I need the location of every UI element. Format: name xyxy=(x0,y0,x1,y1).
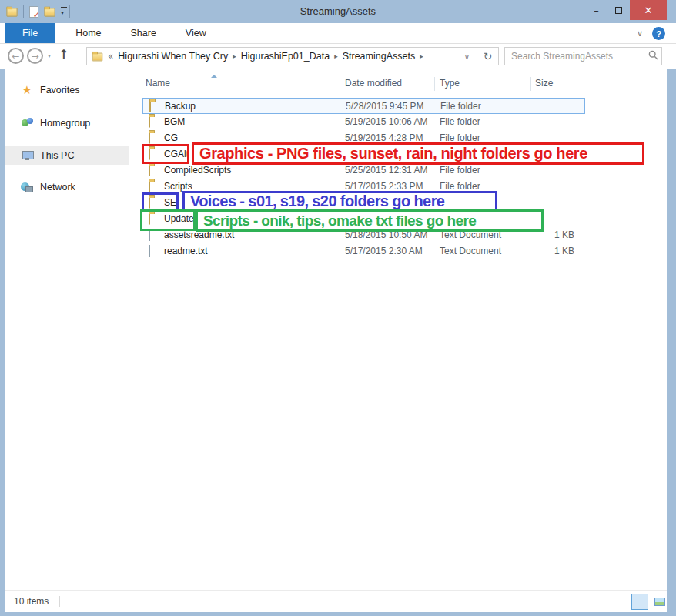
folder-icon xyxy=(149,116,150,127)
sidebar-item-label: Homegroup xyxy=(40,118,90,129)
breadcrumb-segment[interactable]: StreamingAssets xyxy=(343,51,415,62)
navigation-pane: ★ Favorites Homegroup This PC Network xyxy=(5,69,129,590)
explorer-window: ▾ StreamingAssets – ✕ File Home Share Vi… xyxy=(0,0,676,616)
tab-view[interactable]: View xyxy=(171,23,221,43)
file-date: 5/28/2015 9:45 PM xyxy=(346,101,423,112)
file-name: CG xyxy=(164,132,178,143)
sidebar-item-favorites[interactable]: ★ Favorites xyxy=(5,81,129,99)
caption-buttons: – ✕ xyxy=(585,0,667,20)
search-box xyxy=(504,47,662,65)
maximize-icon xyxy=(615,7,622,14)
file-name: readme.txt xyxy=(164,246,208,256)
breadcrumb: « Higurashi When They Cry ▸ HigurashiEp0… xyxy=(87,51,457,62)
search-input[interactable] xyxy=(505,51,644,62)
breadcrumb-segment[interactable]: HigurashiEp01_Data xyxy=(241,51,330,62)
column-divider[interactable] xyxy=(584,77,584,91)
breadcrumb-chevron-icon[interactable]: ▸ xyxy=(334,52,338,60)
column-headers: Name Date modified Type Size xyxy=(130,75,654,93)
annotation-graphics: Graphics - PNG files, sunset, rain, nigh… xyxy=(192,142,644,165)
sidebar-item-network[interactable]: Network xyxy=(5,178,129,196)
file-row-compiledscripts[interactable]: CompiledScripts 5/25/2015 12:31 AM File … xyxy=(142,162,585,179)
file-name: Scripts xyxy=(164,181,192,192)
folder-icon xyxy=(149,181,150,192)
ribbon-right-controls: ∨ ? xyxy=(637,23,665,44)
folder-icon xyxy=(149,132,150,143)
text-file-icon xyxy=(149,229,150,240)
ribbon-tab-bar: File Home Share View ∨ ? xyxy=(0,23,676,44)
column-divider[interactable] xyxy=(340,77,340,91)
file-type: File folder xyxy=(440,132,480,143)
sidebar-item-label: Favorites xyxy=(40,85,79,95)
close-button[interactable]: ✕ xyxy=(630,0,667,20)
column-header-type[interactable]: Type xyxy=(440,78,460,89)
sidebar-item-this-pc[interactable]: This PC xyxy=(5,146,129,165)
file-date: 5/25/2015 12:31 AM xyxy=(345,165,427,176)
file-type: Text Document xyxy=(440,246,501,256)
file-type: File folder xyxy=(440,101,481,112)
details-view-button[interactable] xyxy=(631,594,648,610)
file-date: 5/17/2015 2:33 PM xyxy=(345,181,423,192)
column-divider[interactable] xyxy=(434,77,435,91)
separator xyxy=(59,596,60,607)
homegroup-icon xyxy=(20,118,34,129)
cgalt-highlight-outline xyxy=(142,144,189,164)
column-header-date-modified[interactable]: Date modified xyxy=(345,78,402,89)
file-row-bgm[interactable]: BGM 5/19/2015 10:06 AM File folder xyxy=(142,114,585,130)
column-divider[interactable] xyxy=(530,77,531,91)
file-date: 5/17/2015 2:30 AM xyxy=(345,246,423,256)
minimize-button[interactable]: – xyxy=(585,0,607,20)
thumbnails-view-icon xyxy=(654,598,665,606)
file-row-readme[interactable]: readme.txt 5/17/2015 2:30 AM Text Docume… xyxy=(142,243,585,259)
forward-button[interactable]: → xyxy=(27,48,43,64)
tab-file[interactable]: File xyxy=(5,23,55,43)
sort-ascending-icon xyxy=(211,75,217,78)
network-icon xyxy=(20,182,34,192)
maximize-button[interactable] xyxy=(607,0,630,20)
details-view-icon xyxy=(635,598,644,606)
expand-ribbon-chevron-icon[interactable]: ∨ xyxy=(637,28,643,38)
close-icon: ✕ xyxy=(644,5,653,16)
file-name: Backup xyxy=(165,101,196,112)
annotation-scripts: Scripts - onik, tips, omake txt files go… xyxy=(196,209,544,232)
sidebar-item-label: This PC xyxy=(40,150,74,161)
file-date: 5/19/2015 4:28 PM xyxy=(345,132,423,143)
file-size: 1 KB xyxy=(504,246,574,256)
breadcrumb-segment[interactable]: Higurashi When They Cry xyxy=(118,51,228,62)
file-type: File folder xyxy=(440,116,480,127)
up-button[interactable]: ↑ xyxy=(59,47,69,62)
column-header-name[interactable]: Name xyxy=(146,78,170,89)
minimize-icon: – xyxy=(594,5,599,16)
breadcrumb-chevron-icon[interactable]: ▸ xyxy=(420,52,423,60)
sidebar-item-label: Network xyxy=(40,182,75,192)
address-bar[interactable]: « Higurashi When They Cry ▸ HigurashiEp0… xyxy=(86,47,499,65)
annotation-voices: Voices - s01, s19, s20 folders go here xyxy=(182,191,497,212)
star-icon: ★ xyxy=(20,83,34,97)
text-file-icon xyxy=(149,246,150,256)
address-dropdown-chevron-icon[interactable]: ∨ xyxy=(457,52,477,61)
column-header-size[interactable]: Size xyxy=(535,78,553,89)
tab-home[interactable]: Home xyxy=(61,23,115,43)
breadcrumb-overflow-icon[interactable]: « xyxy=(108,51,113,62)
computer-icon xyxy=(20,151,34,161)
back-button[interactable]: ← xyxy=(8,48,24,64)
file-type: File folder xyxy=(440,165,480,176)
help-button[interactable]: ? xyxy=(652,27,665,40)
search-icon[interactable] xyxy=(644,50,661,62)
sidebar-item-homegroup[interactable]: Homegroup xyxy=(5,114,129,132)
file-row-backup[interactable]: Backup 5/28/2015 9:45 PM File folder xyxy=(142,98,585,114)
folder-icon xyxy=(149,165,150,176)
folder-icon xyxy=(149,101,151,112)
file-name: CompiledScripts xyxy=(164,165,231,176)
titlebar: ▾ StreamingAssets – ✕ xyxy=(0,0,676,23)
recent-locations-chevron-icon[interactable]: ▾ xyxy=(48,52,51,59)
window-title: StreamingAssets xyxy=(0,5,676,17)
update-highlight-outline xyxy=(140,209,196,231)
file-type: File folder xyxy=(440,181,480,192)
current-folder-icon xyxy=(92,53,103,62)
file-name: BGM xyxy=(164,116,185,127)
items-count: 10 items xyxy=(14,596,49,607)
refresh-button[interactable]: ↻ xyxy=(477,48,498,65)
breadcrumb-chevron-icon[interactable]: ▸ xyxy=(233,52,236,60)
thumbnails-view-button[interactable] xyxy=(651,594,668,610)
tab-share[interactable]: Share xyxy=(116,23,171,43)
